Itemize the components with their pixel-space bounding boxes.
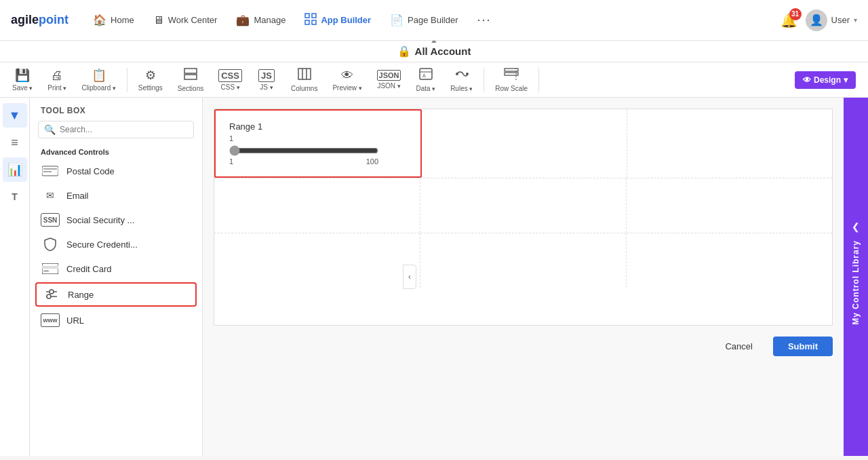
print-icon: 🖨 xyxy=(51,69,63,83)
range-slider-input[interactable] xyxy=(229,145,378,156)
css-button[interactable]: CSS CSS xyxy=(212,66,249,94)
avatar: 👤 xyxy=(806,9,827,31)
cancel-button[interactable]: Cancel xyxy=(713,337,764,356)
nav-items: 🏠 Home 🖥 Work Center 💼 Manage App Builde… xyxy=(85,9,775,32)
top-navigation: agilepoint 🏠 Home 🖥 Work Center 💼 Manage xyxy=(0,0,868,41)
js-button[interactable]: JS JS xyxy=(250,66,283,94)
rowscale-label: Row Scale xyxy=(495,85,528,92)
submit-button[interactable]: Submit xyxy=(773,337,833,356)
toolbox-item-url[interactable]: www URL xyxy=(30,308,202,332)
notification-badge: 31 xyxy=(789,8,802,20)
range-slider-container: 1 100 xyxy=(229,145,407,166)
range-widget: Range 1 1 1 100 xyxy=(221,116,415,171)
design-button[interactable]: 👁 Design ▾ xyxy=(788,69,863,92)
range-min-label: 1 xyxy=(229,157,233,166)
sidebar-list-icon[interactable]: ≡ xyxy=(3,130,27,155)
nav-appbuilder[interactable]: App Builder xyxy=(296,9,379,32)
json-button[interactable]: JSON JSON xyxy=(370,67,408,92)
search-input[interactable] xyxy=(60,125,188,134)
shield-icon xyxy=(41,237,60,251)
data-button[interactable]: A Data xyxy=(409,65,442,95)
list-icon: ≡ xyxy=(11,136,18,150)
toolbox-item-social-security[interactable]: SSN Social Security ... xyxy=(30,208,202,232)
logo: agilepoint xyxy=(11,13,68,27)
toolbar-divider-3 xyxy=(538,68,539,92)
toolbox-items-list: Postal Code ✉ Email SSN Social Security … xyxy=(30,159,202,456)
svg-rect-2 xyxy=(305,20,309,24)
right-panel-arrow[interactable]: ❮ xyxy=(852,221,860,232)
toolbar-divider-2 xyxy=(484,68,484,92)
rules-icon xyxy=(455,68,469,83)
svg-rect-5 xyxy=(184,75,197,79)
notification-bell[interactable]: 🔔 31 xyxy=(781,12,797,28)
nav-pagebuilder[interactable]: 📄 Page Builder xyxy=(382,9,466,31)
preview-label: Preview xyxy=(332,84,361,92)
credit-card-label: Credit Card xyxy=(66,264,111,274)
design-chevron-icon: ▾ xyxy=(844,75,848,85)
svg-rect-9 xyxy=(420,69,432,79)
nav-home[interactable]: 🏠 Home xyxy=(85,9,142,31)
toolbox-item-credit-card[interactable]: Credit Card xyxy=(30,256,202,281)
rowscale-button[interactable]: Row Scale xyxy=(488,65,534,95)
header-bar: ▲ 🔒 All Account xyxy=(0,41,868,62)
nav-appbuilder-label: App Builder xyxy=(321,15,371,25)
canvas-row-3 xyxy=(214,233,832,288)
nav-workcenter[interactable]: 🖥 Work Center xyxy=(145,10,226,31)
ssn-label: Social Security ... xyxy=(66,215,134,225)
settings-button[interactable]: ⚙ Settings xyxy=(132,65,170,94)
preview-button[interactable]: 👁 Preview xyxy=(326,66,368,94)
collapse-sidebar-button[interactable]: ‹ xyxy=(403,265,416,289)
toolbox-item-postal-code[interactable]: Postal Code xyxy=(30,159,202,183)
eye-icon: 👁 xyxy=(803,75,811,85)
workcenter-icon: 🖥 xyxy=(153,14,164,26)
sidebar-type-icon[interactable]: T xyxy=(3,185,27,209)
nav-manage[interactable]: 💼 Manage xyxy=(228,9,294,31)
toolbox-item-email[interactable]: ✉ Email xyxy=(30,183,202,208)
chart-icon: 📊 xyxy=(7,162,22,177)
canvas-row-1: Range 1 1 1 100 xyxy=(214,109,832,178)
rowscale-icon xyxy=(504,68,519,83)
sidebar-chart-icon[interactable]: 📊 xyxy=(3,157,27,182)
save-icon: 💾 xyxy=(15,68,30,83)
preview-icon: 👁 xyxy=(341,69,353,83)
svg-rect-1 xyxy=(312,14,316,18)
search-icon: 🔍 xyxy=(44,124,56,135)
range-icon xyxy=(42,288,61,301)
svg-rect-4 xyxy=(184,69,197,73)
save-button[interactable]: 💾 Save xyxy=(5,65,39,94)
right-panel-label[interactable]: My Control Library xyxy=(851,232,861,333)
range-widget-value: 1 xyxy=(229,134,407,142)
toolbox-item-secure-credentials[interactable]: Secure Credenti... xyxy=(30,232,202,256)
data-icon: A xyxy=(419,68,433,83)
svg-rect-6 xyxy=(298,69,311,79)
email-icon: ✉ xyxy=(41,189,60,202)
postal-code-icon xyxy=(41,164,60,178)
toolbox-item-range[interactable]: Range xyxy=(35,282,197,307)
canvas-actions: Cancel Submit xyxy=(214,337,833,356)
sidebar-icon-bar: ▼ ≡ 📊 T xyxy=(0,98,30,456)
settings-icon: ⚙ xyxy=(145,68,156,83)
canvas-cell-2-2 xyxy=(420,178,627,233)
svg-rect-0 xyxy=(305,14,309,18)
right-panel: ❮ My Control Library xyxy=(844,98,868,456)
filter-icon: ▼ xyxy=(9,109,21,123)
page-title: 🔒 All Account xyxy=(397,45,471,58)
columns-icon xyxy=(298,68,311,83)
print-button[interactable]: 🖨 Print xyxy=(41,66,73,94)
print-label: Print xyxy=(47,84,66,92)
nav-right: 🔔 31 👤 User ▾ xyxy=(781,9,857,31)
sections-button[interactable]: Sections xyxy=(171,65,210,95)
columns-button[interactable]: Columns xyxy=(284,65,324,95)
canvas-grid: Range 1 1 1 100 xyxy=(214,109,833,326)
canvas-row-2 xyxy=(214,178,832,233)
avatar-icon: 👤 xyxy=(810,14,823,26)
canvas-cell-2-1 xyxy=(214,178,420,233)
manage-icon: 💼 xyxy=(236,14,250,26)
sidebar-filter-icon[interactable]: ▼ xyxy=(3,103,27,128)
postal-code-label: Postal Code xyxy=(66,166,115,176)
user-menu[interactable]: 👤 User ▾ xyxy=(806,9,857,31)
svg-rect-17 xyxy=(42,166,58,176)
clipboard-button[interactable]: 📋 Clipboard xyxy=(75,65,122,94)
nav-more[interactable]: ··· xyxy=(469,9,500,31)
rules-button[interactable]: Rules xyxy=(443,65,479,95)
